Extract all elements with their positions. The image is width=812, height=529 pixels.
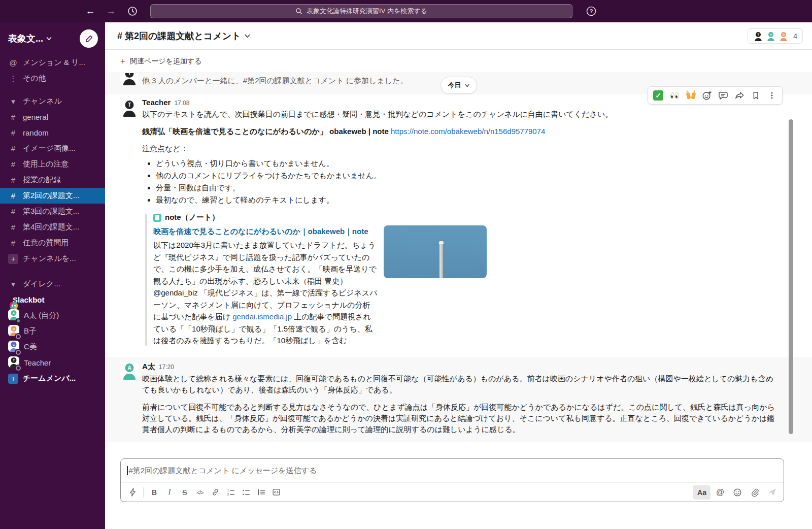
- search-input[interactable]: 表象文化論特殊研究演習IV 内を検索する: [150, 4, 572, 18]
- react-eyes-button[interactable]: [667, 88, 682, 103]
- message-list: 今日 ✓: [105, 73, 812, 458]
- text-cursor: [127, 466, 128, 475]
- notes-heading: 注意点など：: [142, 143, 802, 154]
- avatar[interactable]: A: [120, 361, 139, 380]
- presence-indicator: [16, 334, 21, 339]
- workspace-name: 表象文...: [8, 32, 43, 45]
- italic-button[interactable]: I: [162, 485, 177, 500]
- sidebar-channel-questions[interactable]: #任意の質問用: [0, 235, 105, 251]
- dm-teacher[interactable]: T Teacher: [0, 355, 105, 371]
- shortcuts-lightning-icon[interactable]: [125, 485, 140, 500]
- dm-slackbot[interactable]: Slackbot: [0, 292, 105, 308]
- message-timestamp[interactable]: 17:20: [159, 363, 174, 371]
- message-actions-toolbar: ✓: [648, 86, 783, 105]
- mention-button[interactable]: @: [713, 485, 728, 500]
- attachment-description: 以下は2020年3月に書いたまま放置していたドラフトだ。ちょうど『現代ビジネス』…: [153, 239, 378, 347]
- workspace-switcher[interactable]: 表象文...: [8, 32, 52, 45]
- save-bookmark-button[interactable]: [748, 88, 763, 103]
- attachment-accent-bar: [145, 214, 147, 346]
- dm-cmi[interactable]: C C美: [0, 339, 105, 355]
- avatar[interactable]: T: [120, 98, 139, 117]
- channel-members-button[interactable]: T A B 4: [748, 28, 803, 44]
- code-block-button[interactable]: [268, 485, 284, 500]
- message-author[interactable]: A太: [142, 362, 155, 371]
- sidebar-channel-session4[interactable]: #第4回の課題文...: [0, 219, 105, 235]
- message-author[interactable]: Teacher: [142, 98, 171, 107]
- dm-bko[interactable]: B B子: [0, 323, 105, 339]
- more-actions-button[interactable]: [764, 88, 780, 103]
- attachment-thumbnail-image[interactable]: [384, 225, 487, 278]
- add-channel-button[interactable]: + チャンネルを...: [0, 251, 105, 267]
- inline-code-button[interactable]: </>: [192, 485, 208, 500]
- sidebar-channel-session3[interactable]: #第3回の課題文...: [0, 204, 105, 219]
- attachment-title-link[interactable]: 映画を倍速で見ることのなにがわるいのか｜obakeweb｜note: [153, 225, 378, 237]
- share-message-button[interactable]: [732, 88, 747, 103]
- add-team-member-button[interactable]: + チームメンバ...: [0, 371, 105, 386]
- composer-placeholder: #第2回の課題文献とコメント にメッセージを送信する: [129, 466, 317, 476]
- hash-icon: #: [8, 113, 18, 121]
- sidebar-channel-session2-selected[interactable]: #第2回の課題文...: [0, 188, 105, 204]
- hash-icon: #: [8, 176, 18, 184]
- history-clock-icon[interactable]: [125, 4, 140, 19]
- presence-indicator: [16, 350, 21, 355]
- date-jump-pill[interactable]: 今日: [441, 77, 477, 94]
- member-avatar: B: [779, 31, 789, 41]
- channels-section-header[interactable]: ▾ チャンネル: [0, 93, 105, 109]
- reply-in-thread-button[interactable]: [716, 88, 731, 103]
- sidebar-channel-images[interactable]: #イメージ画像...: [0, 141, 105, 156]
- dm-section-header[interactable]: ▾ ダイレク...: [0, 276, 105, 292]
- member-avatar: T: [753, 31, 763, 41]
- tower-graphic: [439, 244, 443, 278]
- svg-text:1: 1: [227, 488, 229, 492]
- message-paragraph: 映画体験として総称される様々な要素には、回復可能であるものと回復不可能な（可能性…: [142, 373, 781, 395]
- sidebar-channel-class-records[interactable]: #授業の記録: [0, 172, 105, 188]
- slack-app: ← → 表象文化論特殊研究演習IV 内を検索する ? A 表象文...: [0, 0, 812, 529]
- react-raised-hands-button[interactable]: [683, 88, 698, 103]
- message-timestamp[interactable]: 17:05: [174, 73, 189, 75]
- presence-indicator: [16, 366, 21, 371]
- gendai-link[interactable]: gendai.ismedia.jp: [232, 312, 292, 321]
- avatar[interactable]: T: [120, 73, 139, 85]
- ordered-list-button[interactable]: 12: [223, 485, 238, 500]
- react-check-button[interactable]: ✓: [651, 88, 666, 103]
- bold-button[interactable]: B: [147, 485, 162, 500]
- message-timestamp[interactable]: 17:08: [174, 100, 189, 107]
- raised-hands-emoji-icon: [687, 92, 695, 99]
- dm-ata-self[interactable]: A A太 (自分): [0, 308, 105, 323]
- hash-icon: #: [8, 160, 18, 169]
- compose-button[interactable]: [80, 29, 98, 48]
- smiley-icon: [733, 488, 742, 497]
- format-toggle-button[interactable]: Aa: [693, 485, 710, 500]
- reading-title: 銭清弘「映画を倍速で見ることのなにがわるいのか」 obakeweb | note: [142, 127, 389, 136]
- channel-title[interactable]: # 第2回の課題文献とコメント: [117, 30, 250, 42]
- vertical-scrollbar[interactable]: [789, 119, 793, 434]
- help-icon[interactable]: ?: [584, 4, 599, 19]
- strikethrough-button[interactable]: S: [177, 485, 192, 500]
- send-message-button[interactable]: [764, 485, 780, 500]
- hash-icon: #: [8, 144, 18, 153]
- reading-url-link[interactable]: https://note.com/obakeweb/n/n156d9577907…: [391, 127, 545, 136]
- sidebar-channel-usage-notes[interactable]: #使用上の注意: [0, 156, 105, 172]
- compose-pencil-icon: [85, 35, 93, 43]
- add-reaction-button[interactable]: [699, 88, 715, 103]
- sidebar-item-mentions[interactable]: @ メンション & リ...: [0, 55, 105, 71]
- history-back-icon[interactable]: ←: [83, 4, 97, 18]
- attachment-site-name: note（ノート）: [165, 213, 219, 222]
- attach-file-button[interactable]: [747, 485, 762, 500]
- history-forward-icon[interactable]: →: [104, 4, 118, 18]
- notes-bullet-list: どういう視点・切り口から書いてもかまいません。 他の人のコメントにリプライをつけ…: [142, 157, 802, 206]
- member-avatar: A: [766, 31, 776, 41]
- hash-icon: #: [8, 207, 18, 216]
- emoji-picker-button[interactable]: [730, 485, 745, 500]
- message-paragraph: 前者について回復不可能であると判断する見方はなさそうなので、ひとまず論点は「身体…: [142, 402, 781, 435]
- join-message-text: 他 3 人のメンバーと一緒に、#第2回の課題文献とコメント に参加しました。: [142, 76, 812, 86]
- bullet-list-button[interactable]: [238, 485, 253, 500]
- sidebar-item-more[interactable]: ⋮ その他: [0, 71, 105, 86]
- blockquote-button[interactable]: [253, 485, 268, 500]
- message-input[interactable]: #第2回の課題文献とコメント にメッセージを送信する: [121, 459, 784, 482]
- message-author[interactable]: Teacher: [142, 73, 171, 75]
- sidebar-channel-random[interactable]: #random: [0, 125, 105, 141]
- sidebar-channel-general[interactable]: #general: [0, 109, 105, 125]
- add-related-pages-button[interactable]: + 関連ページを追加する: [105, 50, 812, 73]
- link-button[interactable]: [208, 485, 223, 500]
